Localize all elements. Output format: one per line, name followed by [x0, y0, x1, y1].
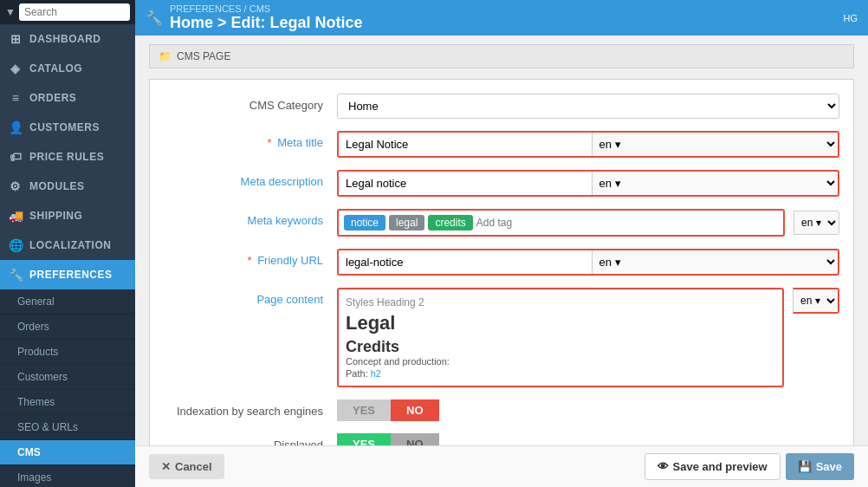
content-heading: Legal — [346, 312, 775, 334]
cms-category-label: CMS Category — [164, 94, 337, 112]
displayed-no-button[interactable]: NO — [391, 433, 439, 445]
displayed-label: Displayed — [164, 433, 337, 445]
page-content-lang-select[interactable]: en ▾ — [793, 288, 839, 314]
meta-description-control: en ▾ — [337, 170, 839, 197]
content-path: Path: h2 — [346, 368, 775, 379]
friendly-url-input[interactable] — [339, 251, 592, 273]
sidebar-item-orders[interactable]: ≡ ORDERS — [0, 83, 135, 113]
section-title: CMS PAGE — [177, 50, 230, 62]
tag-credits[interactable]: credits — [428, 215, 472, 231]
sidebar-item-label: CUSTOMERS — [29, 121, 100, 133]
sidebar-search-area[interactable]: ▼ — [0, 0, 135, 24]
sidebar-item-customers[interactable]: Customers — [0, 365, 135, 390]
customers-icon: 👤 — [9, 120, 23, 134]
sidebar-item-cms[interactable]: CMS — [0, 440, 135, 465]
sidebar-item-modules[interactable]: ⚙ MODULES — [0, 172, 135, 201]
top-bar-icon: 🔧 — [146, 10, 163, 26]
meta-keywords-label: Meta keywords — [164, 209, 337, 227]
meta-title-label: * Meta title — [164, 131, 337, 149]
content-style-label: Styles Heading 2 — [346, 296, 775, 308]
sidebar-item-dashboard[interactable]: ⊞ DASHBOARD — [0, 24, 135, 54]
indexation-label: Indexation by search engines — [164, 399, 337, 418]
tag-notice[interactable]: notice — [344, 215, 385, 231]
sidebar-item-orders[interactable]: Orders — [0, 315, 135, 340]
save-button[interactable]: 💾 Save — [786, 453, 854, 480]
sidebar-item-label: PRICE RULES — [29, 151, 104, 163]
sidebar-item-shipping[interactable]: 🚚 SHIPPING — [0, 201, 135, 231]
meta-title-control: en ▾ — [337, 131, 839, 158]
sidebar-item-label: DASHBOARD — [29, 33, 101, 45]
search-icon: ▼ — [5, 6, 16, 18]
meta-description-input-group: en ▾ — [337, 170, 839, 197]
breadcrumb: PREFERENCES / CMS — [170, 3, 363, 14]
sidebar-item-label: MODULES — [29, 180, 85, 192]
sidebar-item-preferences[interactable]: 🔧 PREFERENCES — [0, 260, 135, 289]
price-rules-icon: 🏷 — [9, 150, 23, 164]
meta-description-lang-select[interactable]: en ▾ — [592, 172, 839, 195]
sidebar-item-seo[interactable]: SEO & URLs — [0, 415, 135, 440]
friendly-url-lang-select[interactable]: en ▾ — [592, 250, 839, 274]
meta-title-lang-select[interactable]: en ▾ — [592, 133, 839, 156]
required-marker: * — [247, 254, 251, 267]
tag-legal[interactable]: legal — [389, 215, 424, 231]
sidebar-item-customers[interactable]: 👤 CUSTOMERS — [0, 113, 135, 142]
friendly-url-input-group: en ▾ — [337, 249, 839, 276]
sidebar-item-catalog[interactable]: ◈ CATALOG — [0, 54, 135, 83]
sidebar-item-products[interactable]: Products — [0, 340, 135, 365]
path-link[interactable]: h2 — [371, 368, 381, 379]
sidebar-item-price-rules[interactable]: 🏷 PRICE RULES — [0, 142, 135, 172]
page-content-editor[interactable]: Styles Heading 2 Legal Credits Concept a… — [337, 288, 784, 387]
folder-icon: 📁 — [159, 50, 172, 62]
preview-icon: 👁 — [657, 460, 669, 473]
search-input[interactable] — [19, 3, 130, 21]
sidebar-item-themes[interactable]: Themes — [0, 390, 135, 415]
friendly-url-row: * Friendly URL en ▾ — [164, 249, 839, 276]
sidebar-item-label: SHIPPING — [29, 210, 82, 222]
save-and-preview-button[interactable]: 👁 Save and preview — [645, 453, 781, 480]
displayed-control: YES NO — [337, 433, 839, 445]
displayed-row: Displayed YES NO — [164, 433, 839, 445]
sidebar-item-general[interactable]: General — [0, 289, 135, 315]
cms-category-control: Home — [337, 94, 839, 119]
indexation-no-button[interactable]: NO — [391, 399, 439, 421]
meta-description-input[interactable] — [339, 172, 592, 194]
cms-category-select[interactable]: Home — [337, 94, 839, 119]
meta-keywords-lang-select[interactable]: en ▾ — [794, 211, 839, 235]
indexation-toggle: YES NO — [337, 399, 439, 421]
meta-keywords-control: notice legal credits en ▾ — [337, 209, 839, 237]
meta-description-row: Meta description en ▾ — [164, 170, 839, 197]
cancel-button[interactable]: ✕ Cancel — [149, 454, 224, 479]
bottom-bar: ✕ Cancel 👁 Save and preview 💾 Save — [135, 445, 868, 487]
preferences-icon: 🔧 — [9, 268, 23, 282]
page-content-row: Page content Styles Heading 2 Legal Cred… — [164, 288, 839, 387]
localization-icon: 🌐 — [9, 238, 23, 252]
sidebar-item-label: CATALOG — [29, 62, 82, 75]
page-title: Home > Edit: Legal Notice — [170, 14, 363, 32]
add-tag-input[interactable] — [476, 217, 606, 229]
sidebar-item-label: PREFERENCES — [29, 269, 113, 281]
tags-container[interactable]: notice legal credits — [337, 209, 785, 237]
indexation-row: Indexation by search engines YES NO — [164, 399, 839, 421]
shipping-icon: 🚚 — [9, 209, 23, 223]
cms-category-row: CMS Category Home — [164, 94, 839, 119]
cancel-icon: ✕ — [161, 460, 171, 473]
displayed-toggle: YES NO — [337, 433, 439, 445]
meta-title-input[interactable] — [339, 133, 592, 155]
sidebar: ▼ ⊞ DASHBOARD ◈ CATALOG ≡ ORDERS 👤 CUSTO… — [0, 0, 135, 487]
meta-keywords-row: Meta keywords notice legal credits en ▾ — [164, 209, 839, 237]
top-bar-info: PREFERENCES / CMS Home > Edit: Legal Not… — [170, 3, 363, 32]
sidebar-item-images[interactable]: Images — [0, 465, 135, 487]
content-area: 📁 CMS PAGE CMS Category Home * Meta titl… — [135, 36, 868, 445]
displayed-yes-button[interactable]: YES — [337, 433, 391, 445]
indexation-yes-button[interactable]: YES — [337, 399, 391, 421]
catalog-icon: ◈ — [9, 62, 23, 75]
indexation-control: YES NO — [337, 399, 839, 421]
required-marker: * — [268, 136, 272, 149]
content-subheading: Credits — [346, 338, 775, 356]
section-header: 📁 CMS PAGE — [149, 44, 854, 68]
sidebar-item-localization[interactable]: 🌐 LOCALIZATION — [0, 231, 135, 260]
orders-icon: ≡ — [9, 91, 23, 105]
sidebar-navigation: ⊞ DASHBOARD ◈ CATALOG ≡ ORDERS 👤 CUSTOME… — [0, 24, 135, 487]
cms-form: CMS Category Home * Meta title — [149, 79, 854, 445]
save-icon: 💾 — [798, 460, 812, 473]
